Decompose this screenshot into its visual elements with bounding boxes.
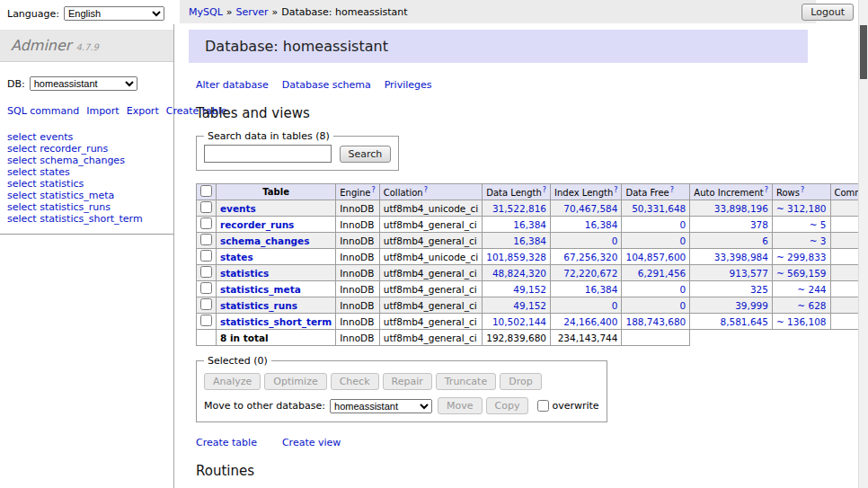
- data-free-link[interactable]: 6,291,456: [638, 268, 686, 279]
- table-link-recorder-runs[interactable]: recorder_runs: [220, 219, 294, 230]
- index-length-link[interactable]: 72,220,672: [563, 268, 617, 279]
- drop-button[interactable]: Drop: [500, 373, 541, 390]
- column-help-link[interactable]: ?: [801, 186, 804, 194]
- rows-link[interactable]: ~ 299,833: [776, 252, 827, 262]
- index-length-link[interactable]: 16,384: [585, 219, 618, 230]
- engine-cell: InnoDB: [336, 217, 380, 233]
- engine-cell: InnoDB: [336, 249, 380, 265]
- table-link-schema-changes[interactable]: schema_changes: [220, 235, 310, 246]
- data-length-link[interactable]: 31,522,816: [492, 203, 546, 214]
- column-help-link[interactable]: ?: [614, 186, 617, 194]
- analyze-button[interactable]: Analyze: [204, 373, 261, 390]
- data-free-link[interactable]: 50,331,648: [632, 203, 686, 214]
- auto-increment-link[interactable]: 913,577: [730, 268, 768, 279]
- action-link-privileges[interactable]: Privileges: [385, 79, 432, 91]
- rows-link[interactable]: ~ 244: [797, 284, 826, 295]
- auto-increment-link[interactable]: 8,581,645: [720, 316, 767, 327]
- rows-cell: ~ 312,180: [772, 200, 830, 217]
- rows-link[interactable]: ~ 3: [810, 235, 827, 246]
- row-checkbox-statistics[interactable]: [200, 266, 212, 278]
- data-length-link[interactable]: 16,384: [513, 235, 546, 246]
- language-select[interactable]: English: [64, 6, 164, 21]
- logout-button[interactable]: Logout: [802, 4, 854, 21]
- row-checkbox-recorder-runs[interactable]: [200, 217, 212, 229]
- data-length-link[interactable]: 49,152: [513, 284, 546, 295]
- column-help-link[interactable]: ?: [765, 186, 768, 194]
- row-checkbox-statistics-short-term[interactable]: [200, 315, 212, 326]
- data-free-link[interactable]: 0: [680, 235, 686, 246]
- comment-cell: [830, 297, 858, 314]
- data-length-link[interactable]: 101,859,328: [486, 252, 546, 262]
- search-input[interactable]: [204, 145, 332, 163]
- data-free-link[interactable]: 104,857,600: [625, 252, 686, 262]
- data-free-link[interactable]: 0: [680, 284, 686, 295]
- table-link-states[interactable]: states: [220, 252, 253, 262]
- data-length-link[interactable]: 49,152: [513, 300, 546, 311]
- overwrite-checkbox[interactable]: [537, 400, 549, 412]
- link-create-table[interactable]: Create table: [196, 437, 257, 448]
- row-checkbox-statistics-runs[interactable]: [200, 298, 212, 310]
- auto-increment-link[interactable]: 39,999: [735, 300, 768, 311]
- index-length-link[interactable]: 0: [612, 235, 618, 246]
- row-checkbox-events[interactable]: [200, 201, 212, 213]
- select-all-checkbox[interactable]: [200, 185, 212, 197]
- repair-button[interactable]: Repair: [383, 373, 432, 390]
- column-help-link[interactable]: ?: [372, 186, 376, 194]
- copy-button[interactable]: Copy: [486, 397, 529, 414]
- total-empty-cell: [197, 330, 217, 346]
- data-free-link[interactable]: 0: [680, 219, 686, 230]
- rows-link[interactable]: ~ 5: [810, 219, 827, 230]
- breadcrumb-link-server[interactable]: Server: [236, 6, 269, 18]
- data-free-link[interactable]: 0: [680, 300, 686, 311]
- rows-link[interactable]: ~ 628: [797, 300, 826, 311]
- table-link-statistics-short-term[interactable]: statistics_short_term: [220, 316, 332, 327]
- index-length-link[interactable]: 0: [612, 300, 618, 311]
- table-link-statistics-meta[interactable]: statistics_meta: [220, 284, 301, 295]
- sidebar-link-export[interactable]: Export: [127, 105, 159, 117]
- truncate-button[interactable]: Truncate: [436, 373, 496, 390]
- data-length-link[interactable]: 10,502,144: [492, 316, 546, 327]
- move-button[interactable]: Move: [438, 397, 483, 414]
- row-checkbox-schema-changes[interactable]: [200, 234, 212, 245]
- breadcrumb-link-mysql[interactable]: MySQL: [189, 6, 223, 18]
- scrollbar[interactable]: [858, 0, 868, 488]
- column-help-link[interactable]: ?: [424, 186, 428, 194]
- table-link-statistics-runs[interactable]: statistics_runs: [220, 300, 297, 311]
- search-button[interactable]: Search: [340, 146, 392, 163]
- link-create-view[interactable]: Create view: [282, 437, 341, 448]
- rows-link[interactable]: ~ 136,108: [776, 316, 827, 327]
- auto-increment-link[interactable]: 33,398,984: [714, 252, 768, 262]
- header-checkbox-cell: [197, 184, 217, 200]
- table-link-events[interactable]: events: [220, 203, 256, 214]
- optimize-button[interactable]: Optimize: [264, 373, 326, 390]
- auto-increment-link[interactable]: 378: [750, 219, 768, 230]
- data-length-link[interactable]: 16,384: [513, 219, 546, 230]
- index-length-link[interactable]: 16,384: [585, 284, 618, 295]
- action-link-alter-database[interactable]: Alter database: [196, 79, 269, 91]
- app-name: Adminer: [11, 37, 71, 54]
- auto-increment-link[interactable]: 33,898,196: [714, 203, 768, 214]
- rows-link[interactable]: ~ 312,180: [776, 203, 827, 214]
- index-length-link[interactable]: 70,467,584: [563, 203, 617, 214]
- data-free-link[interactable]: 188,743,680: [625, 316, 686, 327]
- auto-increment-link[interactable]: 325: [750, 284, 768, 295]
- index-length-link[interactable]: 24,166,400: [563, 316, 617, 327]
- column-help-link[interactable]: ?: [543, 186, 546, 194]
- rows-link[interactable]: ~ 569,159: [776, 268, 827, 279]
- action-link-database-schema[interactable]: Database schema: [282, 79, 371, 91]
- sidebar-link-sql-command[interactable]: SQL command: [7, 105, 79, 117]
- sidebar-select-statistics-short-term[interactable]: select statistics_short_term: [7, 214, 166, 226]
- check-button[interactable]: Check: [331, 373, 379, 390]
- auto-increment-link[interactable]: 6: [762, 235, 768, 246]
- table-link-statistics[interactable]: statistics: [220, 268, 269, 279]
- column-help-link[interactable]: ?: [670, 186, 674, 194]
- move-db-select[interactable]: homeassistant: [330, 399, 432, 413]
- sidebar-command-links: SQL commandImportExportCreate table: [0, 105, 146, 118]
- db-select[interactable]: homeassistant: [30, 76, 137, 91]
- row-checkbox-statistics-meta[interactable]: [200, 282, 212, 294]
- row-checkbox-states[interactable]: [200, 250, 212, 262]
- sidebar-link-import[interactable]: Import: [86, 105, 120, 117]
- index-length-link[interactable]: 67,256,320: [563, 252, 617, 262]
- scrollbar-thumb[interactable]: [860, 25, 867, 79]
- data-length-link[interactable]: 48,824,320: [492, 268, 546, 279]
